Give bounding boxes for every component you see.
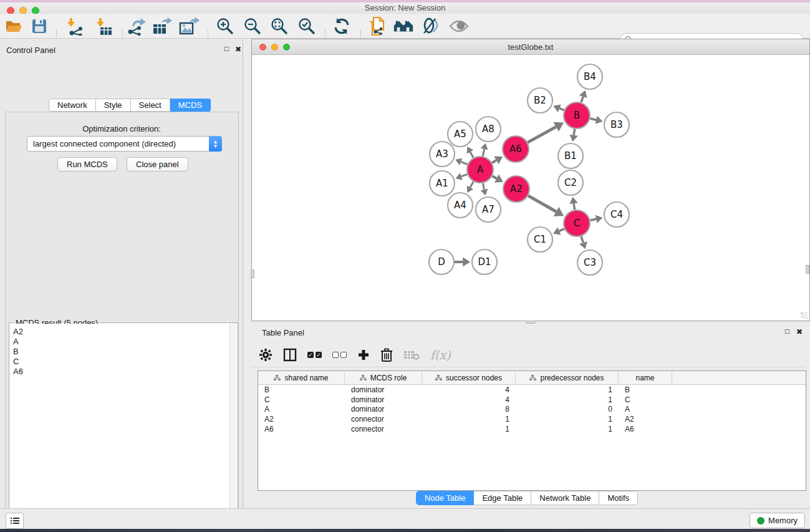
network-window-titlebar[interactable]: testGlobe.txt <box>252 39 809 55</box>
table-cell[interactable]: dominator <box>345 385 422 394</box>
edge-A-A4[interactable] <box>470 181 473 187</box>
node-D1[interactable]: D1 <box>472 249 497 274</box>
edge-A6-B[interactable] <box>528 127 556 142</box>
node-B4[interactable]: B4 <box>577 64 602 89</box>
tab-motifs[interactable]: Motifs <box>599 491 638 505</box>
table-settings-button[interactable] <box>259 348 272 362</box>
edge-A2-C[interactable] <box>528 196 556 211</box>
table-row[interactable]: Bdominator41B <box>258 385 806 395</box>
edge-A-A7[interactable] <box>483 183 484 190</box>
edge-C-C1[interactable] <box>559 229 564 231</box>
table-row[interactable]: Adominator80A <box>258 405 806 415</box>
node-A8[interactable]: A8 <box>476 117 501 142</box>
node-A2[interactable]: A2 <box>503 176 529 202</box>
column-header-successor-nodes[interactable]: successor nodes <box>422 371 516 384</box>
table-cell[interactable]: B <box>258 385 345 394</box>
tab-mcds[interactable]: MCDS <box>170 99 211 112</box>
network-canvas[interactable]: B4B2BB3A5A8A6A3AB1A1A2C2A4A7C4CC1C3DD1 <box>253 56 809 320</box>
delete-column-button[interactable] <box>380 348 393 362</box>
run-mcds-button[interactable]: Run MCDS <box>57 157 117 172</box>
edge-C-C4[interactable] <box>590 219 596 220</box>
mcds-result-item[interactable]: A <box>13 337 229 347</box>
mcds-result-item[interactable]: A2 <box>13 327 229 337</box>
edge-B-B3[interactable] <box>590 118 596 120</box>
edge-A-A2[interactable] <box>492 176 496 178</box>
float-panel-icon[interactable]: □ <box>224 44 229 53</box>
table-cell[interactable]: B <box>619 385 672 394</box>
mcds-result-item[interactable]: B <box>13 347 229 357</box>
node-A3[interactable]: A3 <box>430 142 455 167</box>
node-C3[interactable]: C3 <box>577 250 602 275</box>
table-body[interactable]: Bdominator41BCdominator41CAdominator80AA… <box>258 385 806 434</box>
edge-A-A5[interactable] <box>470 152 473 157</box>
tab-style[interactable]: Style <box>96 99 131 112</box>
task-history-button[interactable] <box>6 513 24 529</box>
show-all-button[interactable] <box>393 17 414 36</box>
node-A1[interactable]: A1 <box>430 171 455 196</box>
table-cell[interactable]: A6 <box>619 425 672 433</box>
memory-button[interactable]: Memory <box>750 513 805 528</box>
import-table-button[interactable] <box>93 17 114 36</box>
export-image-button[interactable] <box>178 17 200 36</box>
table-row[interactable]: A2connector11A2 <box>258 414 806 424</box>
mcds-result-item[interactable]: A6 <box>13 367 229 377</box>
net-close-button[interactable] <box>259 44 266 51</box>
node-C[interactable]: C <box>564 210 590 236</box>
refresh-button[interactable] <box>331 17 352 36</box>
node-A7[interactable]: A7 <box>476 197 501 222</box>
zoom-in-button[interactable] <box>215 17 236 36</box>
node-B1[interactable]: B1 <box>558 143 583 168</box>
node-A[interactable]: A <box>467 157 493 183</box>
mcds-result-list[interactable]: A2ABCA6 <box>10 324 229 532</box>
save-session-button[interactable] <box>29 17 50 36</box>
table-cell[interactable]: connector <box>345 425 422 433</box>
edge-A-A1[interactable] <box>461 174 468 176</box>
export-table-button[interactable] <box>152 17 173 36</box>
net-minimize-button[interactable] <box>271 44 278 51</box>
table-cell[interactable]: 0 <box>516 405 619 414</box>
table-close-icon[interactable]: ✖ <box>796 327 803 336</box>
node-A4[interactable]: A4 <box>448 193 473 218</box>
table-cell[interactable]: dominator <box>345 395 422 404</box>
select-all-button[interactable]: ✓✓ <box>307 352 322 358</box>
node-A6[interactable]: A6 <box>503 136 529 162</box>
node-D[interactable]: D <box>429 249 454 274</box>
tab-node-table[interactable]: Node Table <box>416 491 475 505</box>
optimization-criterion-select[interactable]: largest connected component (directed) ▲… <box>27 136 222 152</box>
zoom-out-button[interactable] <box>242 17 263 36</box>
node-B2[interactable]: B2 <box>528 88 552 113</box>
column-header-MCDS-role[interactable]: MCDS role <box>345 371 422 384</box>
table-cell[interactable]: C <box>258 395 345 404</box>
table-cell[interactable]: C <box>619 395 672 404</box>
column-header-name[interactable]: name <box>619 371 672 384</box>
table-float-icon[interactable]: □ <box>785 327 789 336</box>
tab-select[interactable]: Select <box>131 99 170 112</box>
table-cell[interactable]: 1 <box>516 395 619 404</box>
node-B3[interactable]: B3 <box>604 112 629 137</box>
export-network-button[interactable] <box>125 17 147 36</box>
splitter-knob-right[interactable] <box>806 265 809 274</box>
close-panel-icon[interactable]: ✖ <box>235 45 241 54</box>
table-cell[interactable]: 1 <box>516 425 619 433</box>
close-panel-button[interactable]: Close panel <box>127 157 188 172</box>
zoom-selected-button[interactable] <box>296 17 317 36</box>
table-cell[interactable]: 1 <box>422 425 516 433</box>
column-selector-button[interactable] <box>283 348 297 362</box>
app-titlebar[interactable]: Session: New Session <box>0 2 810 14</box>
table-cell[interactable]: 1 <box>422 415 516 423</box>
table-cell[interactable]: 8 <box>422 405 516 414</box>
edge-B-B2[interactable] <box>559 109 564 110</box>
open-session-button[interactable] <box>3 17 24 36</box>
table-header-row[interactable]: shared nameMCDS rolesuccessor nodesprede… <box>258 371 806 385</box>
table-cell[interactable]: 1 <box>516 415 619 423</box>
deselect-all-button[interactable] <box>332 352 347 358</box>
table-row[interactable]: A6connector11A6 <box>258 424 806 434</box>
node-C2[interactable]: C2 <box>558 170 583 195</box>
edge-A-A3[interactable] <box>461 162 467 164</box>
mcds-result-item[interactable]: C <box>13 357 229 367</box>
node-A5[interactable]: A5 <box>448 122 473 147</box>
net-zoom-button[interactable] <box>283 44 290 51</box>
tab-network-table[interactable]: Network Table <box>531 491 599 505</box>
tab-edge-table[interactable]: Edge Table <box>474 491 531 505</box>
zoom-fit-button[interactable] <box>269 17 290 36</box>
